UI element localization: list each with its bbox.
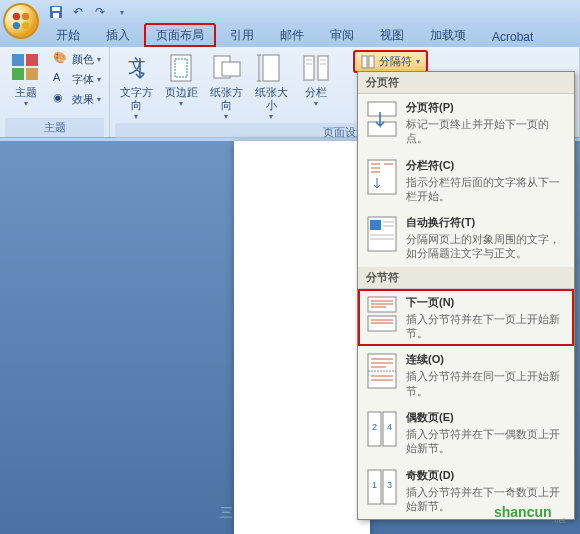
qat-redo[interactable]: ↷ bbox=[92, 4, 108, 20]
tab-review[interactable]: 审阅 bbox=[318, 23, 366, 47]
size-label: 纸张大小 bbox=[254, 86, 288, 112]
svg-rect-5 bbox=[52, 7, 60, 11]
svg-text:1: 1 bbox=[372, 480, 377, 490]
chevron-down-icon: ▾ bbox=[134, 112, 138, 121]
chevron-down-icon: ▾ bbox=[97, 55, 101, 64]
menu-desc: 插入分节符并在下一偶数页上开始新节。 bbox=[406, 427, 566, 456]
svg-rect-30 bbox=[368, 160, 396, 194]
svg-text:4: 4 bbox=[387, 422, 392, 432]
menu-even-page[interactable]: 24 偶数页(E) 插入分节符并在下一偶数页上开始新节。 bbox=[358, 404, 574, 462]
watermark-sanlian: 三联网 3LIAN.COM bbox=[220, 504, 346, 522]
even-page-icon: 24 bbox=[366, 410, 398, 448]
columns-icon bbox=[300, 52, 332, 84]
themes-button[interactable]: 主题 ▾ bbox=[5, 50, 47, 110]
tab-references[interactable]: 引用 bbox=[218, 23, 266, 47]
theme-colors-button[interactable]: 🎨颜色▾ bbox=[50, 50, 104, 68]
watermark-shancun: shancun.net bbox=[494, 497, 574, 530]
margins-label: 页边距 bbox=[165, 86, 198, 99]
effects-label: 效果 bbox=[72, 92, 94, 107]
svg-point-3 bbox=[22, 22, 29, 29]
menu-column-break[interactable]: 分栏符(C) 指示分栏符后面的文字将从下一栏开始。 bbox=[358, 152, 574, 210]
group-themes: 主题 ▾ 🎨颜色▾ A字体▾ ◉效果▾ 主题 bbox=[0, 47, 110, 137]
tab-addins[interactable]: 加载项 bbox=[418, 23, 478, 47]
breaks-icon bbox=[361, 55, 375, 69]
colors-icon: 🎨 bbox=[53, 51, 69, 67]
menu-title: 连续(O) bbox=[406, 352, 566, 367]
text-direction-button[interactable]: 文 文字方向 ▾ bbox=[115, 50, 157, 123]
menu-title: 奇数页(D) bbox=[406, 468, 566, 483]
menu-title: 分页符(P) bbox=[406, 100, 566, 115]
chevron-down-icon: ▾ bbox=[24, 99, 28, 108]
qat-save[interactable] bbox=[48, 4, 64, 20]
themes-icon bbox=[10, 52, 42, 84]
odd-page-icon: 13 bbox=[366, 468, 398, 506]
svg-text:3: 3 bbox=[387, 480, 392, 490]
breaks-dropdown-menu: 分页符 分页符(P) 标记一页终止并开始下一页的点。 分栏符(C) 指示分栏符后… bbox=[357, 71, 575, 520]
tab-mailings[interactable]: 邮件 bbox=[268, 23, 316, 47]
svg-rect-7 bbox=[12, 54, 24, 66]
text-direction-label: 文字方向 bbox=[119, 86, 153, 112]
menu-next-page[interactable]: 下一页(N) 插入分节符并在下一页上开始新节。 bbox=[358, 289, 574, 347]
tab-acrobat[interactable]: Acrobat bbox=[480, 26, 545, 47]
tab-insert[interactable]: 插入 bbox=[94, 23, 142, 47]
svg-text:文: 文 bbox=[128, 56, 146, 76]
theme-effects-button[interactable]: ◉效果▾ bbox=[50, 90, 104, 108]
office-button[interactable] bbox=[3, 3, 39, 39]
chevron-down-icon: ▾ bbox=[416, 57, 420, 66]
qat-customize[interactable]: ▾ bbox=[114, 4, 130, 20]
titlebar: ↶ ↷ ▾ bbox=[0, 0, 580, 24]
svg-rect-9 bbox=[12, 68, 24, 80]
ribbon-tabs: 开始 插入 页面布局 引用 邮件 审阅 视图 加载项 Acrobat bbox=[0, 24, 580, 47]
svg-rect-16 bbox=[263, 55, 279, 81]
orientation-label: 纸张方向 bbox=[209, 86, 243, 112]
breaks-button[interactable]: 分隔符 ▾ bbox=[354, 51, 427, 72]
menu-title: 偶数页(E) bbox=[406, 410, 566, 425]
chevron-down-icon: ▾ bbox=[314, 99, 318, 108]
column-break-icon bbox=[366, 158, 398, 196]
menu-desc: 插入分节符并在同一页上开始新节。 bbox=[406, 369, 566, 398]
effects-icon: ◉ bbox=[53, 91, 69, 107]
margins-button[interactable]: 页边距 ▾ bbox=[160, 50, 202, 110]
svg-rect-28 bbox=[368, 102, 396, 116]
tab-start[interactable]: 开始 bbox=[44, 23, 92, 47]
svg-text:shancun: shancun bbox=[494, 504, 552, 520]
next-page-icon bbox=[366, 295, 398, 333]
svg-rect-36 bbox=[370, 220, 381, 230]
menu-page-break[interactable]: 分页符(P) 标记一页终止并开始下一页的点。 bbox=[358, 94, 574, 152]
svg-point-2 bbox=[13, 22, 20, 29]
theme-fonts-button[interactable]: A字体▾ bbox=[50, 70, 104, 88]
menu-title: 分栏符(C) bbox=[406, 158, 566, 173]
chevron-down-icon: ▾ bbox=[269, 112, 273, 121]
chevron-down-icon: ▾ bbox=[179, 99, 183, 108]
svg-rect-8 bbox=[26, 54, 38, 66]
menu-title: 下一页(N) bbox=[406, 295, 566, 310]
orientation-button[interactable]: 纸张方向 ▾ bbox=[205, 50, 247, 123]
chevron-down-icon: ▾ bbox=[97, 75, 101, 84]
section-section-breaks: 分节符 bbox=[358, 267, 574, 289]
orientation-icon bbox=[210, 52, 242, 84]
menu-desc: 指示分栏符后面的文字将从下一栏开始。 bbox=[406, 175, 566, 204]
svg-rect-6 bbox=[53, 13, 59, 18]
columns-label: 分栏 bbox=[305, 86, 327, 99]
svg-text:2: 2 bbox=[372, 422, 377, 432]
office-logo-icon bbox=[10, 10, 32, 32]
svg-text:.net: .net bbox=[552, 516, 566, 525]
svg-rect-10 bbox=[26, 68, 38, 80]
tab-page-layout[interactable]: 页面布局 bbox=[144, 23, 216, 47]
menu-text-wrap[interactable]: 自动换行符(T) 分隔网页上的对象周围的文字，如分隔题注文字与正文。 bbox=[358, 209, 574, 267]
qat-undo[interactable]: ↶ bbox=[70, 4, 86, 20]
quick-access-toolbar: ↶ ↷ ▾ bbox=[48, 4, 130, 20]
text-direction-icon: 文 bbox=[120, 52, 152, 84]
tab-view[interactable]: 视图 bbox=[368, 23, 416, 47]
page-break-icon bbox=[366, 100, 398, 138]
breaks-label: 分隔符 bbox=[379, 54, 412, 69]
group-themes-label: 主题 bbox=[5, 118, 104, 137]
section-page-breaks: 分页符 bbox=[358, 72, 574, 94]
menu-title: 自动换行符(T) bbox=[406, 215, 566, 230]
menu-desc: 标记一页终止并开始下一页的点。 bbox=[406, 117, 566, 146]
chevron-down-icon: ▾ bbox=[97, 95, 101, 104]
menu-continuous[interactable]: 连续(O) 插入分节符并在同一页上开始新节。 bbox=[358, 346, 574, 404]
document-page[interactable] bbox=[234, 141, 370, 534]
size-button[interactable]: 纸张大小 ▾ bbox=[250, 50, 292, 123]
columns-button[interactable]: 分栏 ▾ bbox=[295, 50, 337, 110]
